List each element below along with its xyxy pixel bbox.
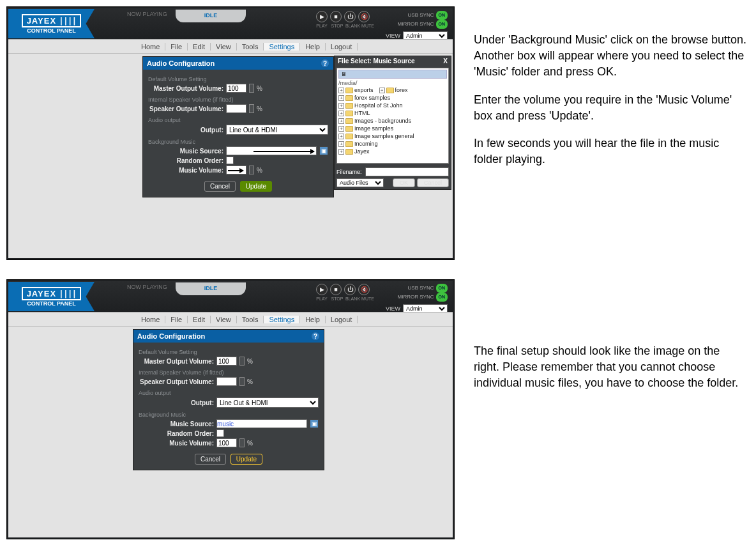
menu-help[interactable]: Help [300,43,326,50]
menu-logout[interactable]: Logout [326,316,358,323]
mirror-sync-label: MIRROR SYNC [398,294,434,300]
play-button[interactable]: ▶ [316,284,328,295]
media-labels: PLAY STOP BLANK MUTE [315,297,375,301]
filter-select[interactable]: Audio Files [336,178,384,187]
checkbox-random[interactable] [226,157,234,164]
slider-music-volume[interactable] [239,438,245,447]
folder-icon [345,141,353,147]
browse-button[interactable]: ▣ [319,146,328,155]
app-frame-2: JAYEX |||| CONTROL PANEL NOW PLAYING IDL… [6,279,455,539]
file-tree[interactable]: 🖥 /media/ +exports +forex +forex samples… [336,68,449,164]
help-icon[interactable]: ? [321,59,329,68]
input-speaker-volume[interactable] [226,104,246,113]
stop-label: STOP [330,24,344,28]
arrow-to-volume [228,170,243,171]
dialog-title: Audio Configuration [137,332,205,340]
blank-button[interactable]: ⏻ [344,11,356,22]
sync-status: USB SYNCON MIRROR SYNCON [398,11,448,29]
menu-file[interactable]: File [165,43,188,50]
cancel-button[interactable]: Cancel [195,454,226,465]
input-speaker-volume[interactable] [216,377,237,386]
help-icon[interactable]: ? [311,332,320,341]
file-cancel-button[interactable]: Cancel [417,178,449,187]
path-label: /media/ [338,80,447,86]
stop-button[interactable]: ■ [330,11,342,22]
slider-speaker[interactable] [239,377,245,386]
menu-view[interactable]: View [211,316,237,323]
menu-settings[interactable]: Settings [264,43,300,50]
menubar: Home File Edit View Tools Settings Help … [8,312,453,327]
section-audio-output: Audio output [139,390,319,396]
slider-speaker[interactable] [249,104,254,113]
menu-home[interactable]: Home [136,316,165,323]
arrow-to-browse [253,151,314,152]
monitor-icon: 🖥 [338,70,447,79]
menu-logout[interactable]: Logout [326,43,358,50]
menu-tools[interactable]: Tools [237,316,264,323]
slider-master[interactable] [249,84,254,93]
menu-settings[interactable]: Settings [264,316,300,323]
menu-home[interactable]: Home [136,43,165,50]
file-ok-button[interactable]: OK [393,178,415,187]
input-master-volume[interactable] [216,357,237,366]
dialog-buttons: Cancel Update [139,454,319,465]
folder-icon [345,88,353,93]
file-select-close[interactable]: X [443,58,448,65]
brand-subtitle: CONTROL PANEL [27,27,76,34]
folder-icon [345,111,353,116]
tree-row[interactable]: +Incoming [338,140,447,148]
brand-bars-icon: |||| [59,16,76,26]
now-playing-label: NOW PLAYING [127,11,167,17]
audio-config-dialog: Audio Configuration ? Default Volume Set… [133,329,324,470]
input-music-volume[interactable] [216,438,237,447]
tree-row[interactable]: +Images - backgrounds [338,117,447,125]
tree-row[interactable]: +exports +forex [338,86,447,94]
menu-help[interactable]: Help [300,316,326,323]
file-select-footer: Filename: Audio Files OK Cancel [335,166,451,189]
now-playing-label: NOW PLAYING [127,284,167,290]
slider-master[interactable] [239,357,245,366]
play-button[interactable]: ▶ [316,11,328,22]
mute-label: MUTE [361,297,375,301]
tree-row[interactable]: +HTML [338,109,447,117]
tree-row[interactable]: +Hospital of St John [338,102,447,109]
input-master-volume[interactable] [226,84,246,93]
file-select-title: File Select: Music Source [338,58,415,65]
tree-row[interactable]: +Image samples [338,125,447,132]
tree-row[interactable]: +Jayex [338,148,447,155]
app-header: JAYEX |||| CONTROL PANEL NOW PLAYING IDL… [8,8,453,39]
label-random-order: Random Order: [139,430,214,437]
input-music-source[interactable] [216,419,307,428]
folder-icon [345,149,353,155]
file-select-title-bar: File Select: Music Source X [335,56,451,66]
menu-view[interactable]: View [211,43,237,50]
tree-row[interactable]: +Image samples general [338,132,447,140]
mute-button[interactable]: 🔇 [358,284,370,295]
blank-button[interactable]: ⏻ [344,284,356,295]
menu-tools[interactable]: Tools [237,43,264,50]
update-button[interactable]: Update [231,454,262,465]
view-label: VIEW [386,33,400,39]
tree-row[interactable]: +forex samples [338,94,447,102]
mirror-sync-pill: ON [436,293,448,302]
menu-edit[interactable]: Edit [188,316,211,323]
label-music-volume: Music Volume: [148,167,223,174]
browse-button[interactable]: ▣ [310,419,319,428]
select-output[interactable]: Line Out & HDMI [226,125,328,135]
menu-edit[interactable]: Edit [188,43,211,50]
menu-file[interactable]: File [165,316,188,323]
slider-music-volume[interactable] [249,166,254,174]
checkbox-random[interactable] [216,429,224,437]
folder-icon [345,103,353,109]
brand-bars-icon: |||| [59,289,76,298]
label-random-order: Random Order: [148,157,223,164]
cancel-button[interactable]: Cancel [204,181,236,192]
section-speaker-volume: Internal Speaker Volume (if fitted) [139,369,319,376]
media-labels: PLAY STOP BLANK MUTE [315,24,375,28]
mute-button[interactable]: 🔇 [358,11,370,22]
stop-button[interactable]: ■ [330,284,342,295]
label-music-volume: Music Volume: [139,440,214,447]
update-button[interactable]: Update [240,181,272,192]
select-output[interactable]: Line Out & HDMI [216,397,319,408]
filename-input[interactable] [365,167,449,176]
